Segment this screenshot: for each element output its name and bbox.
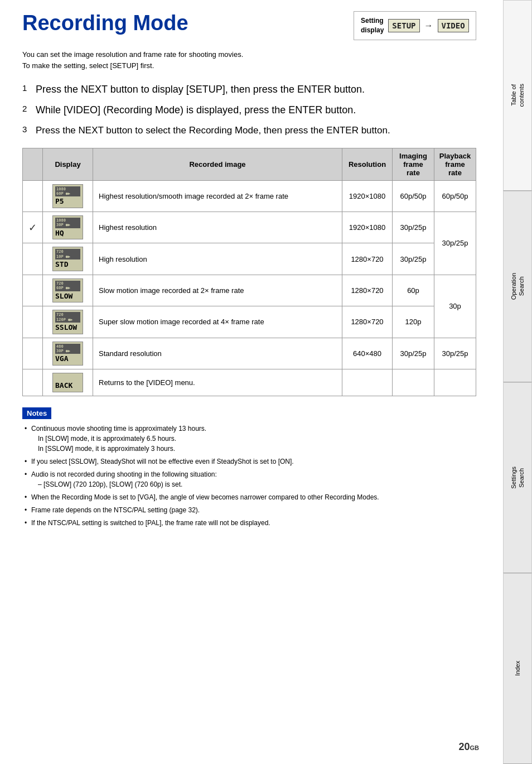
row-display: 108030P ●▶ HQ: [43, 212, 93, 243]
sidebar-tab-settings[interactable]: SettingsSearch: [503, 382, 532, 573]
row-recorded-image: Slow motion image recorded at 2× frame r…: [93, 275, 342, 306]
col-recorded-image: Recorded image: [93, 148, 342, 180]
note-item: When the Recording Mode is set to [VGA],…: [22, 492, 476, 502]
steps: 1 Press the NEXT button to display [SETU…: [22, 82, 476, 138]
sidebar-tabs: Table ofcontents OperationSearch Setting…: [503, 0, 532, 764]
col-check: [23, 148, 43, 180]
table-row: ■ BACK Returns to the [VIDEO] menu.: [23, 369, 476, 396]
step-2-text: While [VIDEO] (Recording Mode) is displa…: [36, 103, 356, 118]
header-row: Recording Mode Setting display SETUP → V…: [22, 11, 476, 40]
step-3-text: Press the NEXT button to select the Reco…: [36, 123, 390, 138]
table-row: 48030P ●▶ VGA Standard resolution 640×48…: [23, 338, 476, 369]
intro-line2: To make the setting, select [SETUP] firs…: [22, 60, 476, 72]
row-resolution: 640×480: [342, 338, 393, 369]
row-recorded-image: Highest resolution/smooth image recorded…: [93, 180, 342, 212]
notes-header: Notes: [22, 407, 51, 419]
row-check: [23, 338, 43, 369]
row-check: [23, 369, 43, 396]
intro-line1: You can set the image resolution and fra…: [22, 49, 476, 61]
note-item: Continuous movie shooting time is approx…: [22, 424, 476, 454]
note-sub-2: In [SSLOW] mode, it is approximately 3 h…: [31, 444, 476, 454]
lcd-display: 72060P ●▶ SLOW: [52, 278, 83, 302]
sidebar-tab-operation[interactable]: OperationSearch: [503, 191, 532, 382]
sidebar-tab-index-label: Index: [514, 661, 521, 676]
row-playback-rate-span2: 30p: [434, 275, 476, 338]
step-1-num: 1: [22, 82, 32, 97]
row-display: 72010P ●▶ STD: [43, 243, 93, 275]
row-resolution: 1920×1080: [342, 180, 393, 212]
page-num-value: 20: [458, 741, 470, 752]
row-check: [23, 243, 43, 275]
table-row: 720120P ●▶ SSLOW Super slow motion image…: [23, 306, 476, 338]
table-header-row: Display Recorded image Resolution Imagin…: [23, 148, 476, 180]
intro-text: You can set the image resolution and fra…: [22, 49, 476, 73]
notes-list: Continuous movie shooting time is approx…: [22, 424, 476, 528]
row-recorded-image: Super slow motion image recorded at 4× f…: [93, 306, 342, 338]
row-check: [23, 306, 43, 338]
col-display: Display: [43, 148, 93, 180]
row-resolution: 1280×720: [342, 306, 393, 338]
row-display: 72060P ●▶ SLOW: [43, 275, 93, 306]
row-check: [23, 180, 43, 212]
notes-section: Notes Continuous movie shooting time is …: [22, 407, 476, 528]
step-1: 1 Press the NEXT button to display [SETU…: [22, 82, 476, 97]
note-sub-1: In [SLOW] mode, it is approximately 6.5 …: [31, 434, 476, 444]
lcd-display: 72010P ●▶ STD: [52, 247, 83, 271]
note-sub: – [SSLOW] (720 120p), [SLOW] (720 60p) i…: [31, 479, 476, 489]
note-text: Audio is not recorded during shooting in…: [31, 470, 217, 478]
note-item: If you select [SSLOW], SteadyShot will n…: [22, 457, 476, 467]
row-resolution: 1920×1080: [342, 212, 393, 243]
lcd-display: 108030P ●▶ HQ: [52, 215, 83, 239]
step-3-num: 3: [22, 123, 32, 138]
step-2: 2 While [VIDEO] (Recording Mode) is disp…: [22, 103, 476, 118]
page-number: 20GB: [458, 741, 479, 753]
page-title: Recording Mode: [22, 11, 188, 35]
row-imaging-rate: 60p/50p: [393, 180, 434, 212]
setting-lcd1: SETUP: [388, 19, 419, 32]
table-row: 72060P ●▶ SLOW Slow motion image recorde…: [23, 275, 476, 306]
note-item: If the NTSC/PAL setting is switched to […: [22, 518, 476, 528]
step-1-text: Press the NEXT button to display [SETUP]…: [36, 82, 365, 97]
table-row: 72010P ●▶ STD High resolution 1280×720 3…: [23, 243, 476, 275]
sidebar-tab-toc[interactable]: Table ofcontents: [503, 0, 532, 191]
row-display: 720120P ●▶ SSLOW: [43, 306, 93, 338]
row-resolution: 1280×720: [342, 243, 393, 275]
row-display: 48030P ●▶ VGA: [43, 338, 93, 369]
setting-display-label: Setting display: [361, 16, 384, 35]
setting-lcd2: VIDEO: [438, 19, 469, 32]
row-display: 108060P ●▶ P5: [43, 180, 93, 212]
setting-display-box: Setting display SETUP → VIDEO: [354, 11, 476, 40]
col-imaging-rate: Imagingframe rate: [393, 148, 434, 180]
row-resolution: 1280×720: [342, 275, 393, 306]
checkmark-icon: ✓: [28, 222, 37, 233]
row-recorded-image: Highest resolution: [93, 212, 342, 243]
lcd-display: 48030P ●▶ VGA: [52, 342, 83, 366]
step-3: 3 Press the NEXT button to select the Re…: [22, 123, 476, 138]
main-content: Recording Mode Setting display SETUP → V…: [17, 0, 482, 536]
row-playback-rate: 60p/50p: [434, 180, 476, 212]
row-recorded-image: Returns to the [VIDEO] menu.: [93, 369, 342, 396]
col-resolution: Resolution: [342, 148, 393, 180]
lcd-display: 720120P ●▶ SSLOW: [52, 310, 83, 334]
row-check: [23, 275, 43, 306]
note-item: Audio is not recorded during shooting in…: [22, 469, 476, 489]
row-playback-rate: [434, 369, 476, 396]
row-imaging-rate: 30p/25p: [393, 338, 434, 369]
sidebar-tab-settings-label: SettingsSearch: [510, 467, 526, 489]
sidebar-tab-index[interactable]: Index: [503, 573, 532, 764]
row-imaging-rate: 30p/25p: [393, 212, 434, 243]
row-imaging-rate: 120p: [393, 306, 434, 338]
page-num-suffix: GB: [470, 744, 480, 751]
table-row: ✓ 108030P ●▶ HQ Highest resolution 1920×…: [23, 212, 476, 243]
row-resolution: [342, 369, 393, 396]
sidebar-tab-operation-label: OperationSearch: [510, 273, 526, 300]
sidebar-tab-toc-label: Table ofcontents: [510, 84, 526, 107]
row-display: ■ BACK: [43, 369, 93, 396]
row-playback-rate: 30p/25p: [434, 338, 476, 369]
row-check: ✓: [23, 212, 43, 243]
lcd-display: ■ BACK: [52, 373, 83, 392]
row-recorded-image: High resolution: [93, 243, 342, 275]
row-imaging-rate: 30p/25p: [393, 243, 434, 275]
col-playback-rate: Playbackframe rate: [434, 148, 476, 180]
row-imaging-rate: 60p: [393, 275, 434, 306]
